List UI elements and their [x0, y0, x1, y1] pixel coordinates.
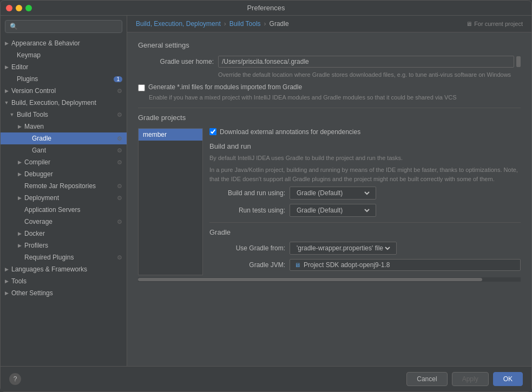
- sidebar-item-version-control[interactable]: ▶ Version Control ⚙: [1, 85, 127, 97]
- arrow-tools: ▶: [3, 278, 10, 284]
- sidebar-item-compiler[interactable]: ▶ Compiler ⚙: [1, 156, 127, 168]
- for-project-label: For current project: [474, 21, 523, 27]
- main-content: ▶ Appearance & Behavior Keymap ▶ Editor: [1, 16, 531, 366]
- sidebar-item-coverage[interactable]: Coverage ⚙: [1, 216, 127, 228]
- divider-2: [209, 222, 521, 223]
- project-list-item-member[interactable]: member: [139, 129, 202, 141]
- build-run-using-select-input[interactable]: Gradle (Default) IntelliJ IDEA: [294, 189, 371, 197]
- cancel-button[interactable]: Cancel: [406, 372, 447, 386]
- breadcrumb-sep2: ›: [264, 20, 266, 28]
- arrow-version-control: ▶: [3, 88, 10, 94]
- titlebar: Preferences: [1, 1, 531, 16]
- sidebar-item-required-plugins[interactable]: Required Plugins ⚙: [1, 251, 127, 263]
- run-tests-using-select-input[interactable]: Gradle (Default) IntelliJ IDEA: [294, 206, 371, 215]
- sidebar-item-other-settings[interactable]: ▶ Other Settings: [1, 287, 127, 299]
- build-tools-icon: ⚙: [117, 111, 122, 118]
- gradle-jvm-input[interactable]: 🖥 Project SDK adopt-openj9-1.8: [290, 259, 521, 271]
- sidebar-label-debugger: Debugger: [23, 170, 124, 178]
- ok-button[interactable]: OK: [493, 372, 523, 386]
- sidebar-item-gant[interactable]: Gant ⚙: [1, 144, 127, 156]
- arrow-maven: ▶: [16, 124, 23, 129]
- projects-settings: Download external annotations for depend…: [209, 128, 521, 276]
- sidebar-label-keymap: Keymap: [16, 51, 124, 59]
- sidebar-label-docker: Docker: [23, 230, 124, 237]
- sidebar-label-languages: Languages & Frameworks: [10, 265, 124, 273]
- sidebar-item-docker[interactable]: ▶ Docker: [1, 228, 127, 240]
- arrow-deployment: ▶: [16, 195, 23, 201]
- run-tests-using-select[interactable]: Gradle (Default) IntelliJ IDEA: [290, 204, 376, 217]
- sidebar-item-languages[interactable]: ▶ Languages & Frameworks: [1, 263, 127, 275]
- sidebar-label-gant: Gant: [31, 147, 117, 154]
- sidebar-label-editor: Editor: [10, 63, 124, 71]
- sidebar-item-editor[interactable]: ▶ Editor: [1, 61, 127, 73]
- gradle-user-home-input[interactable]: [218, 56, 514, 68]
- run-tests-using-label: Run tests using:: [209, 207, 285, 214]
- arrow-build-tools: ▼: [8, 112, 16, 117]
- sidebar-item-remote-jar[interactable]: Remote Jar Repositories ⚙: [1, 180, 127, 192]
- search-input[interactable]: [5, 20, 122, 33]
- sidebar-item-debugger[interactable]: ▶ Debugger: [1, 168, 127, 180]
- gradle-user-home-row: Gradle user home:: [138, 56, 521, 68]
- sidebar-label-build-execution: Build, Execution, Deployment: [10, 99, 124, 107]
- sidebar-item-appearance[interactable]: ▶ Appearance & Behavior: [1, 37, 127, 49]
- generate-iml-hint: Enable if you have a mixed project with …: [149, 94, 521, 102]
- build-run-using-select[interactable]: Gradle (Default) IntelliJ IDEA: [290, 187, 376, 200]
- sidebar-item-tools[interactable]: ▶ Tools: [1, 275, 127, 287]
- gradle-user-home-input-container: [218, 56, 521, 68]
- sidebar-item-build-tools[interactable]: ▼ Build Tools ⚙: [1, 109, 127, 121]
- run-tests-using-row: Run tests using: Gradle (Default) Intell…: [209, 204, 521, 217]
- help-button[interactable]: ?: [9, 373, 21, 385]
- projects-section: member Download external annotations for…: [138, 128, 521, 276]
- arrow-editor: ▶: [3, 64, 10, 70]
- breadcrumb-part2[interactable]: Build Tools: [229, 20, 261, 28]
- sidebar-item-deployment[interactable]: ▶ Deployment ⚙: [1, 192, 127, 204]
- general-settings-title: General settings: [138, 41, 521, 49]
- sidebar-item-app-servers[interactable]: Application Servers: [1, 204, 127, 216]
- generate-iml-label[interactable]: Generate *.iml files for modules importe…: [148, 83, 302, 91]
- breadcrumb-part1[interactable]: Build, Execution, Deployment: [136, 20, 221, 28]
- maximize-button[interactable]: [25, 5, 32, 11]
- sidebar-label-plugins: Plugins: [16, 75, 114, 83]
- apply-button[interactable]: Apply: [452, 372, 489, 386]
- sidebar-item-plugins[interactable]: Plugins 1: [1, 73, 127, 85]
- gradle-section-title: Gradle: [209, 228, 521, 236]
- sidebar-label-maven: Maven: [23, 123, 124, 130]
- download-annotations-row: Download external annotations for depend…: [209, 128, 521, 136]
- use-gradle-from-label: Use Gradle from:: [209, 244, 285, 252]
- arrow-docker: ▶: [16, 231, 23, 236]
- arrow-compiler: ▶: [16, 160, 23, 165]
- download-annotations-checkbox[interactable]: [209, 128, 216, 135]
- sidebar-label-remote-jar: Remote Jar Repositories: [23, 182, 117, 190]
- arrow-debugger: ▶: [16, 171, 23, 177]
- projects-list: member: [138, 128, 203, 276]
- use-gradle-from-select[interactable]: 'gradle-wrapper.properties' file gradle-…: [290, 242, 397, 255]
- gradle-projects-title: Gradle projects: [138, 114, 521, 122]
- arrow-appearance: ▶: [3, 41, 10, 46]
- gant-icon: ⚙: [117, 147, 122, 154]
- preferences-window: Preferences ▶ Appearance & Behavior Key: [0, 0, 532, 392]
- sidebar-label-other-settings: Other Settings: [10, 289, 124, 297]
- sidebar-item-profilers[interactable]: ▶ Profilers: [1, 240, 127, 251]
- sidebar: ▶ Appearance & Behavior Keymap ▶ Editor: [1, 16, 127, 366]
- sidebar-label-gradle: Gradle: [31, 135, 117, 142]
- use-gradle-from-row: Use Gradle from: 'gradle-wrapper.propert…: [209, 242, 521, 255]
- generate-iml-checkbox[interactable]: [138, 84, 145, 91]
- sidebar-label-app-servers: Application Servers: [23, 206, 124, 214]
- use-gradle-from-select-input[interactable]: 'gradle-wrapper.properties' file gradle-…: [294, 244, 392, 253]
- for-project-icon: 🖥: [466, 21, 472, 27]
- sidebar-item-maven[interactable]: ▶ Maven: [1, 121, 127, 132]
- gradle-icon: ⚙: [117, 135, 122, 142]
- horizontal-scrollbar[interactable]: [138, 277, 521, 282]
- for-project: 🖥 For current project: [466, 21, 523, 27]
- breadcrumb-sep1: ›: [224, 20, 226, 28]
- arrow-profilers: ▶: [16, 243, 23, 248]
- sidebar-item-gradle[interactable]: Gradle ⚙: [1, 132, 127, 144]
- sidebar-item-keymap[interactable]: Keymap: [1, 49, 127, 61]
- close-button[interactable]: [6, 5, 12, 11]
- minimize-button[interactable]: [16, 5, 22, 11]
- sidebar-item-build-execution[interactable]: ▼ Build, Execution, Deployment: [1, 97, 127, 109]
- coverage-icon: ⚙: [117, 218, 122, 225]
- download-annotations-label[interactable]: Download external annotations for depend…: [220, 128, 360, 136]
- content-area: General settings Gradle user home: Overr…: [127, 32, 531, 366]
- gradle-jvm-row: Gradle JVM: 🖥 Project SDK adopt-openj9-1…: [209, 259, 521, 271]
